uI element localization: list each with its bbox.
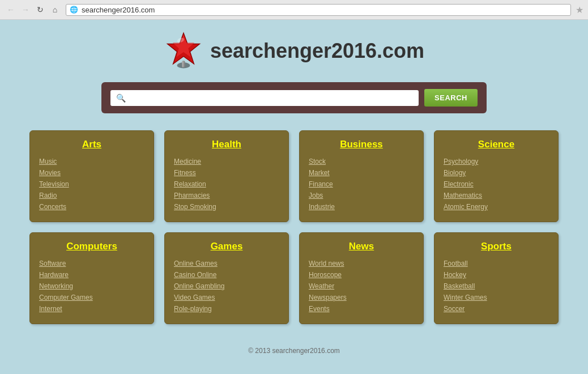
link-basketball[interactable]: Basketball — [444, 282, 475, 290]
category-title-sports[interactable]: Sports — [444, 241, 549, 252]
category-title-arts[interactable]: Arts — [39, 139, 144, 150]
category-title-games[interactable]: Games — [174, 241, 279, 252]
link-atomic-energy[interactable]: Atomic Energy — [444, 203, 488, 211]
category-card-health: HealthMedicineFitnessRelaxationPharmacie… — [164, 130, 289, 222]
link-role-playing[interactable]: Role-playing — [174, 305, 212, 313]
link-world-news[interactable]: World news — [309, 260, 344, 267]
category-links-computers: SoftwareHardwareNetworkingComputer Games… — [39, 258, 144, 313]
link-fitness[interactable]: Fitness — [174, 169, 196, 177]
link-online-gambling[interactable]: Online Gambling — [174, 282, 224, 290]
link-newspapers[interactable]: Newspapers — [309, 294, 347, 301]
logo-area: searchenger2016.com — [164, 31, 424, 71]
search-input[interactable] — [130, 94, 413, 103]
link-football[interactable]: Football — [444, 260, 468, 267]
list-item: Jobs — [309, 190, 414, 200]
category-card-business: BusinessStockMarketFinanceJobsIndustrie — [299, 130, 424, 222]
link-software[interactable]: Software — [39, 260, 66, 267]
list-item: Software — [39, 258, 144, 268]
link-weather[interactable]: Weather — [309, 282, 334, 290]
category-card-sports: SportsFootballHockeyBasketballWinter Gam… — [434, 232, 559, 324]
list-item: Electronic — [444, 178, 549, 189]
link-stop-smoking[interactable]: Stop Smoking — [174, 203, 216, 211]
link-hockey[interactable]: Hockey — [444, 271, 466, 279]
link-biology[interactable]: Biology — [444, 169, 466, 177]
list-item: Casino Online — [174, 269, 279, 279]
list-item: Biology — [444, 167, 549, 177]
search-icon: 🔍 — [116, 94, 126, 103]
search-button[interactable]: SEARCH — [424, 89, 478, 107]
link-industrie[interactable]: Industrie — [309, 203, 335, 211]
link-mathematics[interactable]: Mathematics — [444, 192, 482, 199]
link-jobs[interactable]: Jobs — [309, 192, 323, 199]
category-links-sports: FootballHockeyBasketballWinter GamesSocc… — [444, 258, 549, 313]
link-stock[interactable]: Stock — [309, 158, 326, 165]
page-content: searchenger2016.com 🔍 SEARCH ArtsMusicMo… — [0, 20, 588, 374]
link-soccer[interactable]: Soccer — [444, 305, 465, 313]
link-hardware[interactable]: Hardware — [39, 271, 69, 279]
link-casino-online[interactable]: Casino Online — [174, 271, 216, 279]
link-finance[interactable]: Finance — [309, 180, 333, 188]
link-music[interactable]: Music — [39, 158, 57, 165]
list-item: Relaxation — [174, 178, 279, 189]
category-links-health: MedicineFitnessRelaxationPharmaciesStop … — [174, 156, 279, 211]
list-item: Market — [309, 167, 414, 177]
list-item: Radio — [39, 190, 144, 200]
link-radio[interactable]: Radio — [39, 192, 57, 199]
category-title-computers[interactable]: Computers — [39, 241, 144, 252]
list-item: Networking — [39, 280, 144, 291]
link-medicine[interactable]: Medicine — [174, 158, 201, 165]
list-item: Online Games — [174, 258, 279, 268]
link-online-games[interactable]: Online Games — [174, 260, 218, 267]
link-television[interactable]: Television — [39, 180, 69, 188]
back-button[interactable]: ← — [5, 3, 17, 16]
list-item: Hockey — [444, 269, 549, 279]
link-internet[interactable]: Internet — [39, 305, 62, 313]
lock-icon: 🌐 — [70, 6, 78, 14]
footer: © 2013 searchenger2016.com — [248, 347, 340, 355]
forward-button[interactable]: → — [19, 3, 32, 16]
address-bar[interactable]: 🌐 — [66, 4, 571, 16]
search-container: 🔍 SEARCH — [101, 82, 487, 113]
link-networking[interactable]: Networking — [39, 282, 73, 290]
link-pharmacies[interactable]: Pharmacies — [174, 192, 210, 199]
category-title-science[interactable]: Science — [444, 139, 549, 150]
category-card-arts: ArtsMusicMoviesTelevisionRadioConcerts — [29, 130, 154, 222]
list-item: Psychology — [444, 156, 549, 166]
link-video-games[interactable]: Video Games — [174, 294, 215, 301]
link-psychology[interactable]: Psychology — [444, 158, 478, 165]
home-button[interactable]: ⌂ — [49, 3, 61, 16]
list-item: Finance — [309, 178, 414, 189]
link-movies[interactable]: Movies — [39, 169, 61, 177]
link-concerts[interactable]: Concerts — [39, 203, 66, 211]
link-events[interactable]: Events — [309, 305, 330, 313]
link-market[interactable]: Market — [309, 169, 330, 177]
search-input-wrap: 🔍 — [110, 90, 419, 106]
link-computer-games[interactable]: Computer Games — [39, 294, 93, 301]
list-item: Medicine — [174, 156, 279, 166]
list-item: Horoscope — [309, 269, 414, 279]
link-relaxation[interactable]: Relaxation — [174, 180, 206, 188]
list-item: Mathematics — [444, 190, 549, 200]
address-input[interactable] — [82, 6, 567, 14]
list-item: Basketball — [444, 280, 549, 291]
logo-text: searchenger2016.com — [210, 39, 424, 63]
bookmark-button[interactable]: ★ — [576, 5, 583, 15]
nav-buttons: ← → ↻ ⌂ — [5, 3, 61, 16]
category-links-news: World newsHoroscopeWeatherNewspapersEven… — [309, 258, 414, 313]
link-electronic[interactable]: Electronic — [444, 180, 474, 188]
category-title-health[interactable]: Health — [174, 139, 279, 150]
list-item: Winter Games — [444, 292, 549, 302]
list-item: Online Gambling — [174, 280, 279, 291]
link-winter-games[interactable]: Winter Games — [444, 294, 487, 301]
reload-button[interactable]: ↻ — [34, 3, 46, 16]
category-title-business[interactable]: Business — [309, 139, 414, 150]
list-item: Television — [39, 178, 144, 189]
link-horoscope[interactable]: Horoscope — [309, 271, 342, 279]
category-card-games: GamesOnline GamesCasino OnlineOnline Gam… — [164, 232, 289, 324]
list-item: Video Games — [174, 292, 279, 302]
list-item: Newspapers — [309, 292, 414, 302]
browser-chrome: ← → ↻ ⌂ 🌐 ★ — [0, 0, 588, 20]
category-title-news[interactable]: News — [309, 241, 414, 252]
category-links-business: StockMarketFinanceJobsIndustrie — [309, 156, 414, 211]
list-item: Events — [309, 303, 414, 313]
